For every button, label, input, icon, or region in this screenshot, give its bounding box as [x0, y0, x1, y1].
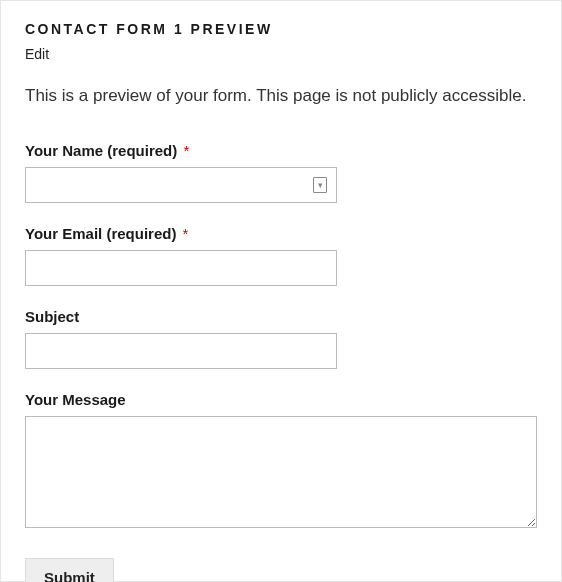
submit-button[interactable]: Submit	[25, 558, 114, 582]
email-input[interactable]	[25, 250, 337, 286]
field-group-name: Your Name (required) * ▾	[25, 142, 537, 203]
message-label: Your Message	[25, 391, 537, 408]
field-group-subject: Subject	[25, 308, 537, 369]
required-mark: *	[183, 142, 189, 159]
required-mark: *	[183, 225, 189, 242]
subject-label: Subject	[25, 308, 537, 325]
message-textarea[interactable]	[25, 416, 537, 528]
preview-notice: This is a preview of your form. This pag…	[25, 86, 537, 106]
field-group-message: Your Message	[25, 391, 537, 532]
name-input-wrap: ▾	[25, 167, 337, 203]
edit-link[interactable]: Edit	[25, 46, 49, 62]
page-title: CONTACT FORM 1 PREVIEW	[25, 21, 537, 37]
email-label-text: Your Email (required)	[25, 225, 176, 242]
form-preview-container: CONTACT FORM 1 PREVIEW Edit This is a pr…	[0, 0, 562, 582]
email-label: Your Email (required) *	[25, 225, 537, 242]
field-group-email: Your Email (required) *	[25, 225, 537, 286]
name-label-text: Your Name (required)	[25, 142, 177, 159]
name-input[interactable]	[25, 167, 337, 203]
name-label: Your Name (required) *	[25, 142, 537, 159]
subject-input[interactable]	[25, 333, 337, 369]
